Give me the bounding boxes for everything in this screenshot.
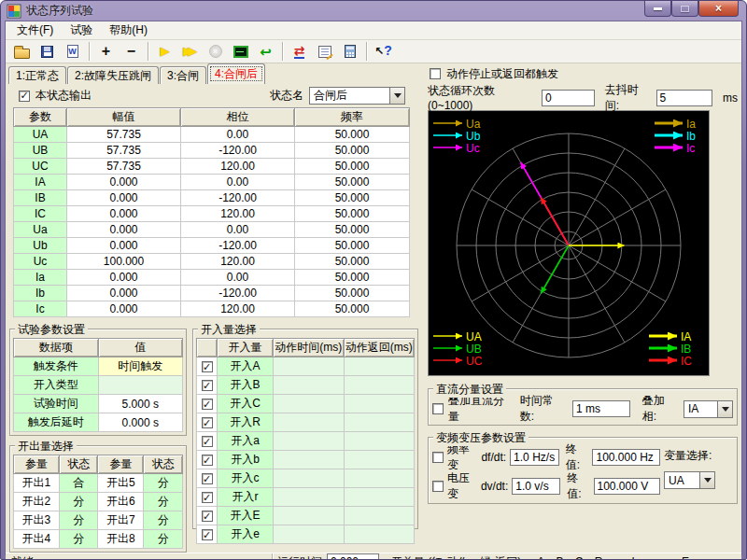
- maximize-button[interactable]: [671, 1, 698, 17]
- output-state-cell[interactable]: 分: [144, 493, 183, 511]
- param-value-cell[interactable]: 50.000: [295, 270, 410, 286]
- voltage-change-checkbox[interactable]: [432, 481, 444, 492]
- offset-setting-button[interactable]: ⇄: [287, 40, 312, 63]
- close-button[interactable]: ×: [698, 1, 739, 17]
- param-value-cell[interactable]: 100.000: [67, 254, 181, 270]
- input-channel-checkbox[interactable]: [202, 399, 213, 410]
- param-value-cell[interactable]: 50.000: [295, 222, 410, 238]
- param-value-cell[interactable]: 57.735: [67, 127, 181, 143]
- dc-superpose-checkbox[interactable]: [432, 403, 444, 414]
- param-value-cell[interactable]: 120.00: [181, 206, 295, 222]
- continue-run-button[interactable]: ▶▶: [177, 40, 203, 63]
- param-value-cell[interactable]: 120.00: [181, 159, 295, 175]
- param-value-cell[interactable]: 0.000: [67, 286, 181, 301]
- undo-button[interactable]: ↩: [253, 40, 278, 63]
- time-constant-input[interactable]: 1 ms: [572, 400, 630, 417]
- param-value-cell[interactable]: 50.000: [295, 301, 410, 317]
- output-state-cell[interactable]: 分: [59, 493, 98, 511]
- param-value-cell[interactable]: 0.000: [67, 222, 181, 238]
- test-param-value[interactable]: [98, 376, 183, 395]
- freq-final-input[interactable]: 100.000 Hz: [592, 449, 660, 466]
- input-channel-checkbox[interactable]: [202, 455, 213, 466]
- test-param-value[interactable]: 0.000 s: [98, 413, 183, 432]
- param-value-cell[interactable]: 57.735: [67, 159, 181, 175]
- menu-test[interactable]: 试验: [62, 21, 101, 40]
- menu-file[interactable]: 文件(F): [8, 21, 62, 40]
- output-state-cell[interactable]: 分: [59, 530, 98, 549]
- stop-test-button[interactable]: ×: [203, 40, 228, 63]
- minimize-button[interactable]: [644, 1, 671, 17]
- superpose-phase-select[interactable]: IA: [684, 400, 733, 418]
- output-state-cell[interactable]: 分: [59, 511, 98, 530]
- param-value-cell[interactable]: 0.00: [181, 175, 295, 190]
- param-value-cell[interactable]: 0.000: [67, 190, 181, 206]
- variable-select[interactable]: UA: [664, 471, 733, 489]
- input-channel-checkbox[interactable]: [202, 417, 213, 428]
- param-value-cell[interactable]: 0.000: [67, 301, 181, 317]
- dropdown-button[interactable]: [717, 400, 733, 418]
- param-value-cell[interactable]: 50.000: [295, 254, 410, 270]
- state-output-checkbox[interactable]: [19, 91, 30, 102]
- output-state-cell[interactable]: 分: [144, 530, 183, 549]
- tab-state-4[interactable]: 4:合闸后: [207, 63, 265, 84]
- loop-count-input[interactable]: 0: [542, 90, 595, 106]
- input-channel-checkbox[interactable]: [202, 473, 213, 484]
- param-value-cell[interactable]: 50.000: [295, 143, 410, 159]
- export-word-button[interactable]: W: [60, 40, 85, 63]
- input-channel-checkbox[interactable]: [202, 436, 213, 447]
- param-value-cell[interactable]: 0.00: [181, 127, 295, 143]
- output-state-cell[interactable]: 分: [144, 474, 183, 493]
- calculator-button[interactable]: [337, 40, 362, 63]
- param-value-cell[interactable]: 0.000: [67, 206, 181, 222]
- param-value-cell[interactable]: 0.00: [181, 270, 295, 286]
- dropdown-button[interactable]: [389, 87, 405, 105]
- context-help-button[interactable]: ↖?: [371, 40, 396, 63]
- param-value-cell[interactable]: 120.00: [181, 254, 295, 270]
- param-value-cell[interactable]: 50.000: [295, 238, 410, 254]
- param-value-cell[interactable]: 50.000: [295, 127, 410, 143]
- param-value-cell[interactable]: 50.000: [295, 159, 410, 175]
- param-value-cell[interactable]: -120.00: [181, 238, 295, 254]
- trigger-stop-return-checkbox[interactable]: [430, 68, 441, 79]
- dvdt-input[interactable]: 1.0 v/s: [512, 478, 560, 495]
- menu-help[interactable]: 帮助(H): [101, 21, 156, 40]
- param-value-cell[interactable]: 50.000: [295, 206, 410, 222]
- remove-state-button[interactable]: −: [119, 40, 144, 63]
- add-state-button[interactable]: +: [93, 40, 119, 63]
- test-param-value[interactable]: 时间触发: [98, 357, 183, 376]
- param-value-cell[interactable]: 50.000: [295, 286, 410, 301]
- param-value-cell[interactable]: 0.000: [67, 270, 181, 286]
- test-param-value[interactable]: 5.000 s: [98, 395, 183, 413]
- input-channel-checkbox[interactable]: [202, 380, 213, 391]
- debounce-input[interactable]: 5: [656, 90, 712, 106]
- dropdown-button[interactable]: [699, 471, 715, 489]
- param-value-cell[interactable]: -120.00: [181, 286, 295, 301]
- param-value-cell[interactable]: -120.00: [181, 190, 295, 206]
- input-channel-checkbox[interactable]: [202, 492, 213, 503]
- start-test-button[interactable]: ▶: [152, 40, 177, 63]
- open-file-button[interactable]: [9, 40, 35, 63]
- tab-state-2[interactable]: 2:故障失压跳闸: [67, 66, 159, 84]
- input-channel-checkbox[interactable]: [202, 529, 213, 540]
- save-button[interactable]: [35, 40, 60, 63]
- output-state-cell[interactable]: 分: [144, 511, 183, 530]
- param-value-cell[interactable]: 0.000: [67, 175, 181, 190]
- param-value-cell[interactable]: 0.00: [181, 222, 295, 238]
- tab-state-1[interactable]: 1:正常态: [8, 66, 66, 84]
- param-value-cell[interactable]: 120.00: [181, 301, 295, 317]
- param-value-cell[interactable]: 50.000: [295, 175, 410, 190]
- dfdt-input[interactable]: 1.0 Hz/s: [510, 449, 559, 466]
- report-button[interactable]: [312, 40, 337, 63]
- param-value-cell[interactable]: 50.000: [295, 190, 410, 206]
- output-state-cell[interactable]: 合: [59, 474, 98, 493]
- waveform-display-button[interactable]: [228, 40, 253, 63]
- tab-state-3[interactable]: 3:合闸: [160, 66, 206, 84]
- input-channel-checkbox[interactable]: [202, 511, 213, 522]
- input-channel-checkbox[interactable]: [202, 361, 213, 372]
- frequency-change-checkbox[interactable]: [432, 452, 444, 463]
- param-value-cell[interactable]: -120.00: [181, 143, 295, 159]
- state-name-select[interactable]: 合闸后: [309, 87, 405, 105]
- volt-final-input[interactable]: 100.000 V: [594, 478, 661, 495]
- param-value-cell[interactable]: 57.735: [67, 143, 181, 159]
- param-value-cell[interactable]: 0.000: [67, 238, 181, 254]
